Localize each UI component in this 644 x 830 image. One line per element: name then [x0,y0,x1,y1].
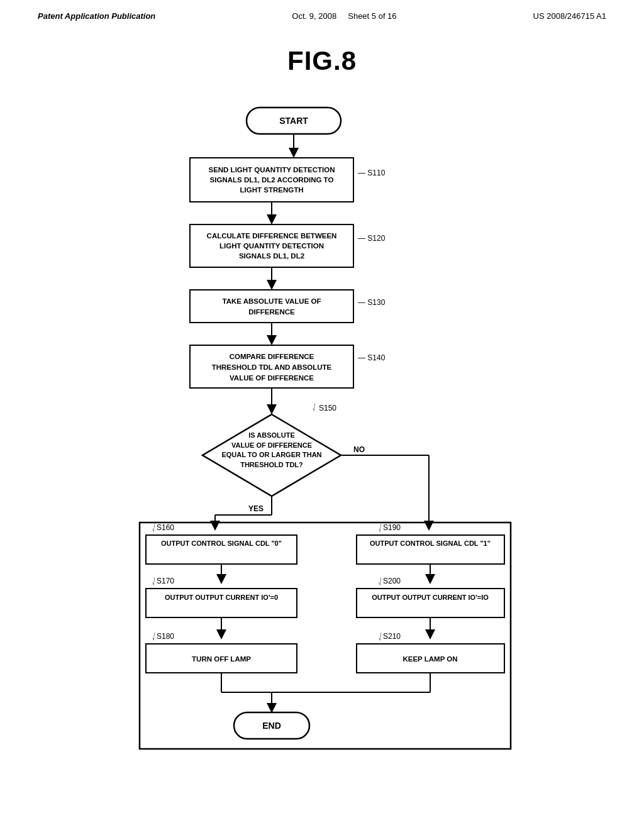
s130-text-1: TAKE ABSOLUTE VALUE OF [223,297,321,305]
s190-label-text: ⎷S190 [379,523,401,532]
s180-label-text: ⎷S180 [152,632,174,641]
s140-text-1: COMPARE DIFFERENCE [230,353,314,360]
header-publication: Patent Application Publication [38,11,155,21]
s110-text-2: SIGNALS DL1, DL2 ACCORDING TO [210,176,334,184]
s120-label: — S120 [358,234,386,243]
header-sheet: Sheet 5 of 16 [348,11,396,21]
s150-label: S150 [319,404,336,412]
s150-diamond-1: IS ABSOLUTE [248,431,295,439]
svg-rect-6 [190,290,353,323]
svg-rect-22 [357,589,504,617]
figure-title: FIG.8 [0,46,644,76]
s200-text-1: OUTPUT OUTPUT CURRENT IO'=IO [372,594,489,601]
s130-text-2: DIFFERENCE [248,308,295,316]
s210-label-text: ⎷S210 [379,632,401,641]
yes-label: YES [248,504,264,513]
s160-text-1: OUTPUT CONTROL SIGNAL CDL "0" [161,540,282,547]
s150-diamond-2: VALUE OF DIFFERENCE [231,441,312,449]
s120-text-1: CALCULATE DIFFERENCE BETWEEN [207,232,337,240]
no-label: NO [353,445,365,454]
s170-label-text: ⎷S170 [152,577,174,585]
page: Patent Application Publication Oct. 9, 2… [0,0,644,830]
header: Patent Application Publication Oct. 9, 2… [0,0,644,27]
s200-label-text: ⎷S200 [379,577,401,585]
s150-diamond-4: THRESHOLD TDL? [240,461,303,468]
s210-text-1: KEEP LAMP ON [402,655,457,663]
svg-rect-20 [146,589,297,617]
s160-label-text: ⎷S160 [152,523,174,532]
s170-text-1: OUTPUT OUTPUT CURRENT IO'=0 [165,594,278,601]
header-center: Oct. 9, 2008 Sheet 5 of 16 [292,11,396,21]
s150-brace: ⎷ [313,402,317,411]
flowchart-container: START SEND LIGHT QUANTITY DETECTION SIGN… [77,101,567,783]
s140-text-3: VALUE OF DIFFERENCE [230,374,314,382]
s120-text-2: LIGHT QUANTITY DETECTION [219,242,324,250]
s180-text-1: TURN OFF LAMP [192,655,251,663]
flowchart-svg: START SEND LIGHT QUANTITY DETECTION SIGN… [77,101,567,780]
start-label: START [279,116,308,126]
s190-text-1: OUTPUT CONTROL SIGNAL CDL "1" [370,540,491,547]
s110-text-1: SEND LIGHT QUANTITY DETECTION [208,166,335,174]
s110-label: — S110 [358,169,386,177]
s140-text-2: THRESHOLD TDL AND ABSOLUTE [212,363,332,371]
header-date: Oct. 9, 2008 [292,11,336,21]
end-label: END [262,721,281,731]
s120-text-3: SIGNALS DL1, DL2 [239,252,304,260]
s110-text-3: LIGHT STRENGTH [240,186,304,194]
header-patent-number: US 2008/246715 A1 [533,11,606,21]
s130-label: — S130 [358,298,386,307]
s140-label: — S140 [358,353,386,362]
s150-diamond-3: EQUAL TO OR LARGER THAN [221,451,321,458]
